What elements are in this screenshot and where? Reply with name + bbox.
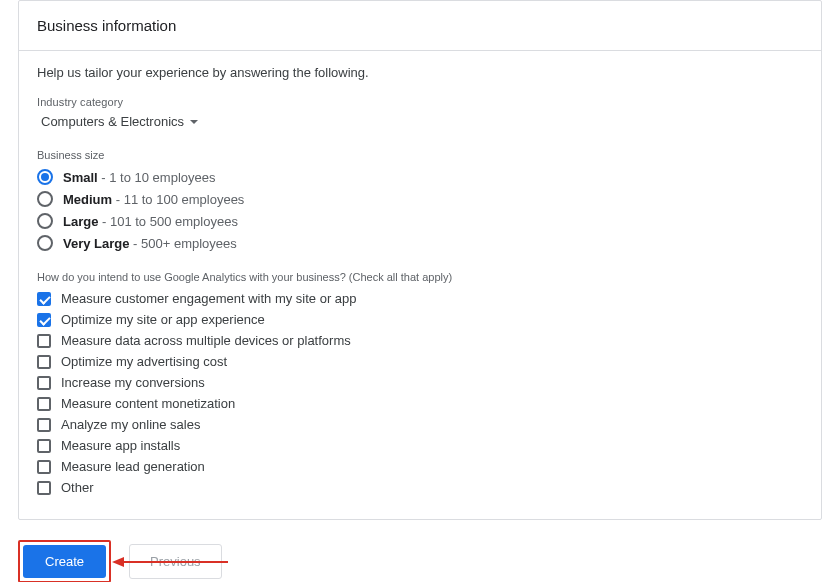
checkbox-icon	[37, 460, 51, 474]
checkbox-icon	[37, 376, 51, 390]
checkbox-icon	[37, 334, 51, 348]
industry-category-dropdown[interactable]: Computers & Electronics	[41, 114, 803, 129]
checkbox-label: Measure customer engagement with my site…	[61, 291, 357, 306]
checkbox-label: Analyze my online sales	[61, 417, 200, 432]
radio-icon	[37, 169, 53, 185]
checkbox-usage[interactable]: Measure customer engagement with my site…	[37, 291, 803, 306]
radio-business-size[interactable]: Large - 101 to 500 employees	[37, 213, 803, 229]
radio-business-size[interactable]: Small - 1 to 10 employees	[37, 169, 803, 185]
panel-body: Help us tailor your experience by answer…	[19, 51, 821, 519]
checkbox-label: Measure data across multiple devices or …	[61, 333, 351, 348]
radio-label: Small - 1 to 10 employees	[63, 170, 215, 185]
radio-business-size[interactable]: Very Large - 500+ employees	[37, 235, 803, 251]
checkbox-label: Optimize my site or app experience	[61, 312, 265, 327]
business-information-panel: Business information Help us tailor your…	[18, 0, 822, 520]
business-size-label: Business size	[37, 149, 803, 161]
checkbox-usage[interactable]: Measure data across multiple devices or …	[37, 333, 803, 348]
checkbox-label: Optimize my advertising cost	[61, 354, 227, 369]
checkbox-label: Measure app installs	[61, 438, 180, 453]
checkbox-icon	[37, 481, 51, 495]
panel-title: Business information	[19, 1, 821, 51]
checkbox-label: Measure lead generation	[61, 459, 205, 474]
checkbox-usage[interactable]: Optimize my advertising cost	[37, 354, 803, 369]
business-size-radio-group: Small - 1 to 10 employeesMedium - 11 to …	[37, 169, 803, 251]
checkbox-icon	[37, 313, 51, 327]
industry-category-value: Computers & Electronics	[41, 114, 184, 129]
radio-icon	[37, 213, 53, 229]
checkbox-usage[interactable]: Analyze my online sales	[37, 417, 803, 432]
checkbox-icon	[37, 439, 51, 453]
create-button[interactable]: Create	[23, 545, 106, 578]
checkbox-usage[interactable]: Other	[37, 480, 803, 495]
radio-icon	[37, 235, 53, 251]
radio-label: Very Large - 500+ employees	[63, 236, 237, 251]
checkbox-usage[interactable]: Optimize my site or app experience	[37, 312, 803, 327]
radio-business-size[interactable]: Medium - 11 to 100 employees	[37, 191, 803, 207]
radio-label: Large - 101 to 500 employees	[63, 214, 238, 229]
dropdown-caret-icon	[190, 120, 198, 124]
checkbox-label: Measure content monetization	[61, 396, 235, 411]
svg-marker-1	[112, 557, 124, 567]
intro-text: Help us tailor your experience by answer…	[37, 65, 803, 80]
checkbox-usage[interactable]: Measure lead generation	[37, 459, 803, 474]
checkbox-label: Increase my conversions	[61, 375, 205, 390]
industry-category-label: Industry category	[37, 96, 803, 108]
checkbox-icon	[37, 418, 51, 432]
checkbox-usage[interactable]: Measure content monetization	[37, 396, 803, 411]
usage-checkbox-group: Measure customer engagement with my site…	[37, 291, 803, 495]
checkbox-icon	[37, 292, 51, 306]
radio-icon	[37, 191, 53, 207]
checkbox-icon	[37, 355, 51, 369]
checkbox-icon	[37, 397, 51, 411]
previous-button[interactable]: Previous	[129, 544, 222, 579]
button-bar: Create Previous	[18, 540, 822, 582]
checkbox-usage[interactable]: Increase my conversions	[37, 375, 803, 390]
radio-label: Medium - 11 to 100 employees	[63, 192, 244, 207]
usage-question-label: How do you intend to use Google Analytic…	[37, 271, 803, 283]
checkbox-label: Other	[61, 480, 94, 495]
checkbox-usage[interactable]: Measure app installs	[37, 438, 803, 453]
create-button-highlight: Create	[18, 540, 111, 582]
